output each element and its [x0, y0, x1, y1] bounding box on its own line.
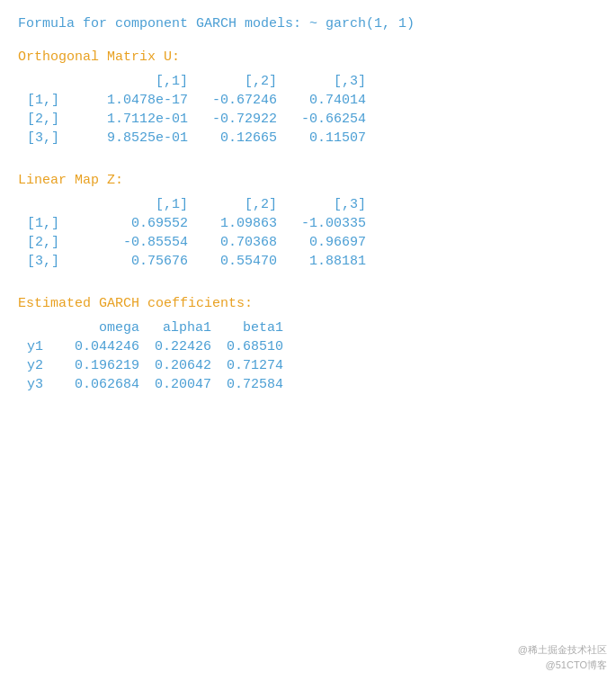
cell-1-2: 1.09863 [188, 214, 277, 233]
table-row: [1,] 1.0478e-17 -0.67246 0.74014 [27, 91, 366, 110]
cell-3-2: 0.55470 [188, 252, 277, 271]
linear-map-table: [,1] [,2] [,3] [1,] 0.69552 1.09863 -1.0… [27, 195, 366, 271]
row-label-1: [1,] [27, 214, 99, 233]
cell-3-2: 0.12665 [188, 129, 277, 148]
col-header-1: [,1] [99, 72, 188, 91]
table-row: y2 0.196219 0.20642 0.71274 [27, 356, 283, 375]
cell-2-3: 0.96697 [277, 233, 366, 252]
cell-1-1: 1.0478e-17 [99, 91, 188, 110]
col-header-3: [,3] [277, 72, 366, 91]
row-label-y3: y3 [27, 375, 67, 394]
cell-2-1: 1.7112e-01 [99, 110, 188, 129]
watermark: @稀土掘金技术社区 @51CTO博客 [518, 642, 607, 672]
col-header-2: [,2] [188, 195, 277, 214]
cell-2-2: 0.70368 [188, 233, 277, 252]
col-header-omega: omega [67, 318, 139, 337]
formula-line: Formula for component GARCH models: ~ ga… [18, 16, 598, 31]
garch-coefficients-section: Estimated GARCH coefficients: omega alph… [18, 296, 598, 394]
row-label-2: [2,] [27, 110, 99, 129]
col-header-1: [,1] [99, 195, 188, 214]
row-label-3: [3,] [27, 129, 99, 148]
cell-1-2: -0.67246 [188, 91, 277, 110]
table-row: y1 0.044246 0.22426 0.68510 [27, 337, 283, 356]
cell-3-3: 0.11507 [277, 129, 366, 148]
orthogonal-matrix-section: Orthogonal Matrix U: [,1] [,2] [,3] [1,]… [18, 49, 598, 148]
table-row: [3,] 9.8525e-01 0.12665 0.11507 [27, 129, 366, 148]
watermark-line1: @稀土掘金技术社区 [518, 642, 607, 658]
col-header-3: [,3] [277, 195, 366, 214]
cell-3-1: 0.75676 [99, 252, 188, 271]
linear-map-title: Linear Map Z: [18, 173, 598, 188]
matrix-header-row: [,1] [,2] [,3] [27, 72, 366, 91]
row-label-y1: y1 [27, 337, 67, 356]
cell-y3-alpha1: 0.20047 [139, 375, 211, 394]
cell-3-3: 1.88181 [277, 252, 366, 271]
row-label-y2: y2 [27, 356, 67, 375]
row-label-2: [2,] [27, 233, 99, 252]
cell-y3-omega: 0.062684 [67, 375, 139, 394]
col-header-alpha1: alpha1 [139, 318, 211, 337]
garch-coefficients-table: omega alpha1 beta1 y1 0.044246 0.22426 0… [27, 318, 283, 394]
cell-y2-alpha1: 0.20642 [139, 356, 211, 375]
cell-2-2: -0.72922 [188, 110, 277, 129]
row-label-3: [3,] [27, 252, 99, 271]
cell-y2-beta1: 0.71274 [211, 356, 283, 375]
cell-y1-alpha1: 0.22426 [139, 337, 211, 356]
cell-y1-omega: 0.044246 [67, 337, 139, 356]
cell-y1-beta1: 0.68510 [211, 337, 283, 356]
cell-y3-beta1: 0.72584 [211, 375, 283, 394]
matrix-header-row: [,1] [,2] [,3] [27, 195, 366, 214]
cell-2-1: -0.85554 [99, 233, 188, 252]
table-row: y3 0.062684 0.20047 0.72584 [27, 375, 283, 394]
cell-2-3: -0.66254 [277, 110, 366, 129]
cell-3-1: 9.8525e-01 [99, 129, 188, 148]
coeff-header-row: omega alpha1 beta1 [27, 318, 283, 337]
cell-1-3: 0.74014 [277, 91, 366, 110]
col-header-2: [,2] [188, 72, 277, 91]
table-row: [1,] 0.69552 1.09863 -1.00335 [27, 214, 366, 233]
table-row: [2,] -0.85554 0.70368 0.96697 [27, 233, 366, 252]
cell-1-1: 0.69552 [99, 214, 188, 233]
col-spacer [27, 72, 99, 91]
linear-map-section: Linear Map Z: [,1] [,2] [,3] [1,] 0.6955… [18, 173, 598, 271]
col-spacer [27, 318, 67, 337]
orthogonal-matrix-title: Orthogonal Matrix U: [18, 49, 598, 65]
row-label-1: [1,] [27, 91, 99, 110]
col-spacer [27, 195, 99, 214]
cell-1-3: -1.00335 [277, 214, 366, 233]
table-row: [3,] 0.75676 0.55470 1.88181 [27, 252, 366, 271]
watermark-line2: @51CTO博客 [518, 658, 607, 673]
cell-y2-omega: 0.196219 [67, 356, 139, 375]
table-row: [2,] 1.7112e-01 -0.72922 -0.66254 [27, 110, 366, 129]
col-header-beta1: beta1 [211, 318, 283, 337]
orthogonal-matrix-table: [,1] [,2] [,3] [1,] 1.0478e-17 -0.67246 … [27, 72, 366, 148]
garch-coefficients-title: Estimated GARCH coefficients: [18, 296, 598, 311]
